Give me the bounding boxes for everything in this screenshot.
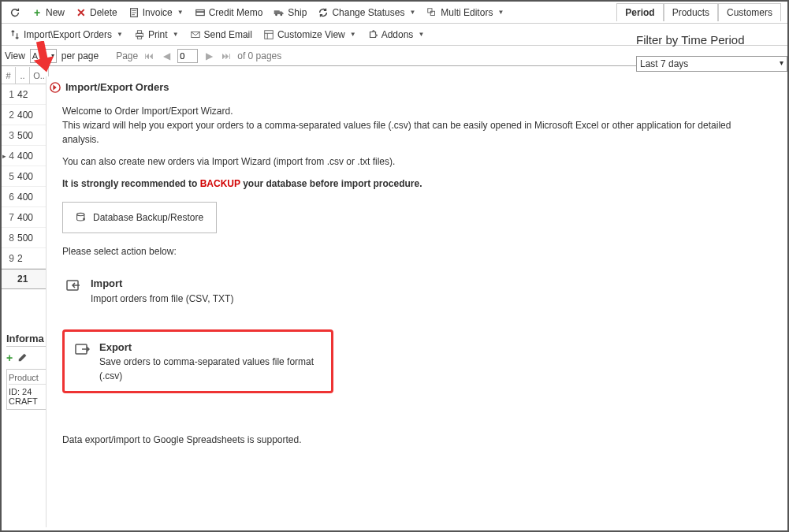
product-id: ID: 24 [9,387,51,396]
change-statuses-label: Change Statuses [332,7,404,18]
change-statuses-button[interactable]: Change Statuses ▼ [313,6,420,20]
grid-header: # .. O.. [2,67,50,84]
export-title: Export [99,340,322,355]
invoice-button[interactable]: Invoice ▼ [124,6,188,20]
page-count-label: of 0 pages [237,50,281,61]
modal-title: Import/Export Orders [65,81,169,93]
addons-label: Addons [381,29,414,40]
caret-icon: ▼ [350,31,356,38]
edit-icon[interactable] [17,352,28,364]
caret-icon: ▼ [497,9,504,16]
table-row[interactable]: ▸4400 [2,146,50,166]
credit-memo-icon [195,7,206,18]
svg-point-3 [275,13,277,16]
credit-memo-label: Credit Memo [209,7,263,18]
new-label: New [46,7,65,18]
printer-icon [134,29,145,40]
addons-button[interactable]: Addons ▼ [363,28,430,42]
svg-rect-6 [431,11,435,15]
multi-icon [426,7,437,18]
invoice-icon [128,7,140,18]
customize-view-button[interactable]: Customize View ▼ [259,28,361,42]
view-select[interactable]: A [30,49,57,63]
caret-icon: ▼ [117,31,123,38]
refresh-button[interactable] [5,6,25,20]
tab-products[interactable]: Products [664,3,718,21]
page-label: Page [116,50,138,61]
table-row[interactable]: 7400 [2,207,50,228]
ship-button[interactable]: Ship [269,6,311,20]
caret-icon: ▼ [177,9,184,16]
last-page-button[interactable]: ⏭ [220,50,233,62]
rec-backup: BACKUP [200,178,240,189]
tab-period[interactable]: Period [616,3,663,21]
svg-rect-11 [265,30,274,39]
modal-welcome: Welcome to Order Import/Export Wizard. [62,106,233,117]
table-sum-row: 21 [2,269,50,289]
delete-button[interactable]: ✕ Delete [71,6,122,20]
invoice-label: Invoice [143,7,173,18]
import-action[interactable]: Import Import orders from file (CSV, TXT… [62,270,769,312]
import-desc: Import orders from file (CSV, TXT) [91,292,233,306]
page-input[interactable] [177,49,198,63]
product-label: Product [9,373,51,385]
product-craft: CRAFT [9,396,51,406]
new-button[interactable]: + New [27,6,69,20]
svg-point-13 [77,213,84,215]
table-row[interactable]: 92 [2,248,50,269]
print-label: Print [148,29,168,40]
svg-rect-8 [137,30,141,33]
wizard-icon [50,82,61,93]
prev-page-button[interactable]: ◀ [160,50,173,62]
table-row[interactable]: 6400 [2,187,50,207]
table-row[interactable]: 142 [2,84,50,105]
import-export-button[interactable]: Import\Export Orders ▼ [5,28,128,42]
per-page-label: per page [61,50,99,61]
svg-rect-2 [195,11,204,13]
caret-icon: ▼ [409,9,415,16]
email-icon [190,29,201,40]
customize-view-label: Customize View [277,29,345,40]
db-backup-label: Database Backup/Restore [93,210,203,225]
next-page-button[interactable]: ▶ [203,50,215,62]
select-action-label: Please select action below: [62,244,769,259]
export-action[interactable]: Export Save orders to comma-separated va… [62,329,333,394]
view-label: View [5,50,25,61]
rec-post: your database before import procedure. [240,178,422,189]
send-email-button[interactable]: Send Email [185,28,257,42]
import-title: Import [91,276,233,292]
delete-label: Delete [90,7,117,18]
plus-icon: + [32,7,43,18]
puzzle-icon [367,29,378,40]
table-row[interactable]: 3500 [2,125,50,146]
import-export-icon [9,29,20,40]
x-icon: ✕ [76,7,87,18]
tab-customers[interactable]: Customers [718,3,781,21]
export-icon [74,341,90,357]
multi-editors-button[interactable]: Multi Editors ▼ [422,6,508,20]
modal-desc1: This wizard will help you export your or… [62,120,731,145]
db-backup-button[interactable]: Database Backup/Restore [62,202,217,233]
filter-period-select[interactable]: Last 7 days [636,56,787,72]
layout-icon [263,29,274,40]
ship-label: Ship [288,7,307,18]
rec-pre: It is strongly recommended to [62,178,200,189]
first-page-button[interactable]: ⏮ [143,50,155,62]
print-button[interactable]: Print ▼ [129,28,184,42]
truck-icon [274,7,285,18]
add-icon[interactable]: + [6,352,13,364]
database-icon [76,212,87,223]
caret-icon: ▼ [418,31,424,38]
import-export-label: Import\Export Orders [24,29,112,40]
table-row[interactable]: 8500 [2,228,50,248]
multi-editors-label: Multi Editors [441,7,493,18]
table-row[interactable]: 5400 [2,166,50,187]
caret-icon: ▼ [173,31,179,38]
filter-title: Filter by Time Period [636,33,781,47]
sync-icon [318,7,329,18]
credit-memo-button[interactable]: Credit Memo [190,6,268,20]
import-icon [65,277,81,293]
table-row[interactable]: 2400 [2,105,50,125]
gs-note: Data export/import to Google Spreadsheet… [62,433,769,447]
modal-desc2: You can also create new orders via Impor… [62,154,769,169]
